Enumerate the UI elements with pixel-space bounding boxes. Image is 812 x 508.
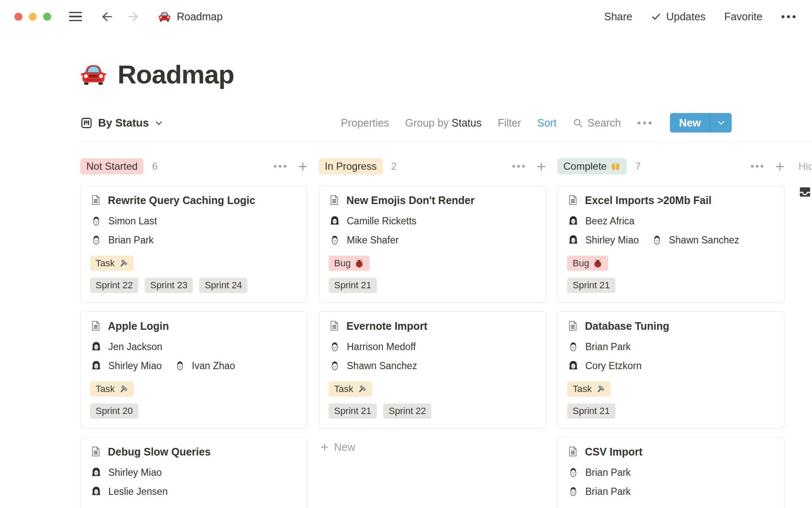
zoom-button[interactable] — [43, 13, 51, 21]
sort-button[interactable]: Sort — [537, 117, 557, 129]
card-title-text: Evernote Import — [346, 320, 428, 332]
column-actions: •••+ — [751, 158, 785, 174]
board-card[interactable]: Excel Imports >20Mb FailBeez AfricaShirl… — [557, 185, 785, 303]
assignee-row: Camille Ricketts — [329, 215, 536, 227]
tag-row: Task — [90, 256, 298, 271]
assignee: Mike Shafer — [329, 234, 399, 246]
avatar-woman-icon — [90, 486, 102, 498]
close-button[interactable] — [14, 13, 22, 21]
view-more-options-icon[interactable]: ••• — [637, 117, 653, 128]
traffic-lights — [14, 13, 51, 21]
page-icon — [329, 194, 340, 206]
sprint-row: Sprint 22Sprint 23Sprint 24 — [90, 278, 298, 293]
page-icon — [90, 194, 102, 206]
properties-button[interactable]: Properties — [341, 117, 389, 129]
page-icon — [90, 320, 102, 331]
search-icon — [573, 118, 583, 128]
column-status-badge[interactable]: Not Started — [80, 158, 143, 174]
board-card[interactable]: Evernote ImportHarrison MedoffShawn Sanc… — [319, 311, 546, 428]
assignee-name: Shirley Miao — [585, 235, 639, 246]
avatar-man-icon — [651, 234, 663, 246]
hidden-groups-label: Hidden groups — [798, 157, 812, 175]
page-title-text[interactable]: Roadmap — [118, 59, 234, 89]
tag-row: Task — [90, 381, 298, 397]
inbox-icon — [798, 185, 812, 199]
view-selector[interactable]: By Status — [80, 116, 163, 130]
filter-button[interactable]: Filter — [498, 117, 521, 129]
sidebar-menu-icon[interactable] — [69, 12, 82, 22]
column-options-icon[interactable]: ••• — [751, 160, 765, 172]
assignee: Shirley Miao — [90, 360, 162, 372]
breadcrumb[interactable]: Roadmap — [158, 10, 222, 23]
updates-label: Updates — [666, 11, 705, 23]
assignee-name: Leslie Jensen — [108, 486, 168, 497]
red-car-emoji[interactable] — [80, 61, 107, 88]
column-status-label: In Progress — [325, 160, 377, 172]
column-status-badge[interactable]: Complete — [557, 158, 627, 174]
assignee: Camille Ricketts — [329, 215, 417, 227]
assignee-name: Ivan Zhao — [192, 360, 235, 372]
hammer-icon — [118, 384, 128, 394]
board-column: Not Started6•••+Rewrite Query Caching Lo… — [80, 157, 307, 508]
board-card[interactable]: Debug Slow QueriesShirley MiaoLeslie Jen… — [80, 437, 307, 508]
more-options-icon[interactable]: ••• — [781, 11, 798, 22]
sprint-pill: Sprint 21 — [567, 403, 615, 419]
back-arrow-icon[interactable] — [101, 10, 114, 23]
assignee-name: Brian Park — [585, 341, 631, 353]
column-options-icon[interactable]: ••• — [274, 160, 288, 172]
page-icon — [329, 320, 340, 331]
card-title-text: CSV Import — [585, 446, 642, 458]
new-button[interactable]: New — [670, 113, 732, 133]
new-card-button[interactable]: +New — [319, 437, 546, 457]
assignee: Shawn Sanchez — [651, 234, 739, 246]
avatar-woman-icon — [567, 215, 579, 227]
board-card[interactable]: Database TuningBrian ParkCory EtzkornTas… — [557, 311, 785, 428]
column-add-card-icon[interactable]: + — [298, 158, 307, 174]
avatar-man-icon — [174, 360, 186, 372]
hammer-icon — [357, 384, 367, 394]
hidden-group-no-status[interactable]: No Status — [798, 185, 812, 199]
favorite-button[interactable]: Favorite — [724, 11, 762, 23]
group-by-button[interactable]: Group by Status — [405, 117, 482, 129]
assignee-name: Shawn Sanchez — [347, 360, 417, 372]
column-header: Complete7•••+ — [557, 157, 785, 175]
tag-row: Bug — [567, 256, 775, 271]
new-dropdown-chevron-icon[interactable] — [710, 118, 732, 127]
updates-button[interactable]: Updates — [651, 11, 705, 23]
sprint-pill: Sprint 21 — [329, 278, 377, 293]
avatar-man-icon — [329, 341, 341, 353]
column-status-label: Not Started — [86, 160, 137, 172]
assignee-name: Brian Park — [585, 467, 631, 478]
column-options-icon[interactable]: ••• — [512, 160, 527, 172]
column-actions: •••+ — [274, 158, 307, 174]
minimize-button[interactable] — [29, 13, 37, 21]
avatar-man-icon — [329, 360, 341, 372]
board-card[interactable]: CSV ImportBrian ParkBrian Park — [557, 437, 785, 508]
board-card[interactable]: Apple LoginJen JacksonShirley MiaoIvan Z… — [80, 311, 307, 428]
column-add-card-icon[interactable]: + — [775, 158, 785, 174]
avatar-woman-icon — [90, 360, 102, 372]
search-button[interactable]: Search — [573, 117, 621, 129]
share-button[interactable]: Share — [604, 11, 633, 23]
new-button-label[interactable]: New — [670, 117, 710, 129]
chevron-down-icon — [154, 119, 163, 127]
assignee-name: Brian Park — [108, 235, 154, 246]
ladybug-icon — [593, 259, 603, 268]
assignee-row: Leslie Jensen — [90, 486, 298, 498]
column-add-card-icon[interactable]: + — [537, 158, 546, 174]
tag-pill: Bug — [567, 256, 608, 271]
board-card[interactable]: Rewrite Query Caching LogicSimon LastBri… — [80, 185, 307, 303]
assignee-name: Beez Africa — [585, 215, 634, 227]
forward-arrow-icon[interactable] — [126, 10, 140, 23]
column-status-badge[interactable]: In Progress — [319, 158, 383, 174]
search-label: Search — [587, 117, 621, 129]
card-title-text: Excel Imports >20Mb Fail — [585, 194, 711, 207]
tag-label: Task — [96, 258, 115, 269]
assignee-name: Shirley Miao — [108, 360, 162, 372]
avatar-man-icon — [567, 341, 579, 353]
board-card[interactable]: New Emojis Don't RenderCamille RickettsM… — [319, 185, 546, 303]
assignee: Cory Etzkorn — [567, 360, 642, 372]
avatar-man-icon — [329, 234, 341, 246]
assignee-row: Shirley Miao — [90, 467, 298, 479]
assignee-name: Mike Shafer — [347, 235, 399, 246]
